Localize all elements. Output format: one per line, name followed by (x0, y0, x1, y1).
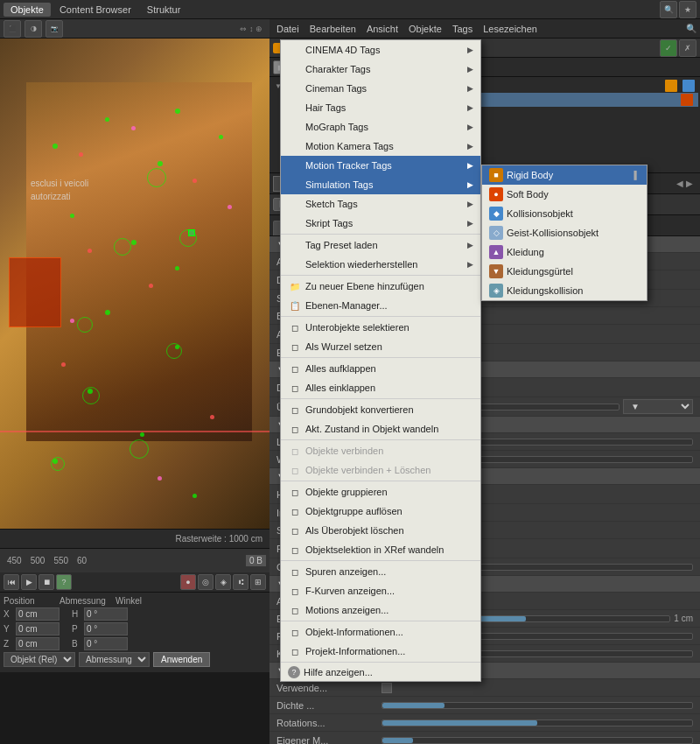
cm-icon-22: ◻ (288, 463, 302, 477)
kleidungskol-label: Kleidungskollision (507, 285, 583, 296)
cm-motions-label: Motions anzeigen... (305, 605, 473, 615)
cm-objektselektion-xref[interactable]: ◻ Objektselektion in XRef wandeln (281, 540, 480, 559)
cm-icon-15: ◻ (288, 320, 302, 334)
cm-icon-2 (288, 62, 302, 76)
cm-hair-label: Hair Tags (305, 102, 467, 113)
cm-arrow-2: ▶ (467, 65, 473, 74)
cm-tag-preset-label: Tag Preset laden (305, 240, 467, 250)
cm-icon-4 (288, 101, 302, 115)
cm-als-wurzel[interactable]: ◻ Als Wurzel setzen (281, 337, 480, 356)
cm-alles-einklappen[interactable]: ◻ Alles einklappen (281, 378, 480, 397)
cm-unterobjekte[interactable]: ◻ Unterobjekte selektieren (281, 318, 480, 337)
cm-als-ueberobjekt[interactable]: ◻ Als Überobjekt löschen (281, 521, 480, 540)
cm-objektselektion-label: Objektselektion in XRef wandeln (305, 544, 473, 555)
cm-als-ueberobjekt-label: Als Überobjekt löschen (305, 525, 473, 536)
cm-grundobjekt-konv[interactable]: ◻ Grundobjekt konvertieren (281, 400, 480, 419)
cm-icon-3 (288, 81, 302, 95)
cm-icon-16: ◻ (288, 340, 302, 354)
soft-body-sim-label: Soft Body (507, 189, 549, 200)
cm-f-kurven-label: F-Kurven anzeigen... (305, 586, 473, 596)
cm-cineman-tags[interactable]: Cineman Tags ▶ (281, 79, 480, 98)
cm-selektion-label: Selektion wiederherstellen (305, 259, 467, 270)
context-menu: CINEMA 4D Tags ▶ Charakter Tags ▶ Cinema… (280, 39, 481, 682)
cm-sketch-tags[interactable]: Sketch Tags ▶ (281, 194, 480, 214)
cm-icon-12 (288, 257, 302, 271)
cm-icon-21: ◻ (288, 444, 302, 458)
cm-icon-32: ? (288, 666, 300, 678)
cm-neue-ebene[interactable]: 📁 Zu neuer Ebene hinzufügen (281, 277, 480, 296)
kleidungsguerte-icon: ▼ (489, 264, 503, 278)
cm-mograph-label: MoGraph Tags (305, 122, 467, 132)
cm-selektion-wieder[interactable]: Selektion wiederherstellen ▶ (281, 255, 480, 274)
cm-hilfe-anzeigen[interactable]: ? Hilfe anzeigen... (281, 663, 480, 681)
geist-label: Geist-Kollisionsobjekt (507, 228, 598, 238)
sim-item-kollision[interactable]: ◆ Kollisionsobjekt (482, 204, 647, 223)
cm-icon-23: ◻ (288, 485, 302, 499)
cm-motion-kamera-tags[interactable]: Motion Kamera Tags ▶ (281, 137, 480, 156)
cm-objekte-grupieren[interactable]: ◻ Objekte gruppieren (281, 482, 480, 502)
cm-projekt-info-label: Projekt-Informationen... (305, 646, 473, 656)
cm-ebenen-manager-label: Ebenen-Manager... (305, 300, 473, 311)
cm-tag-preset[interactable]: Tag Preset laden ▶ (281, 235, 480, 255)
cm-arrow-10: ▶ (467, 219, 473, 228)
cm-charakter-label: Charakter Tags (305, 64, 467, 74)
cm-simulation-tags[interactable]: Simulation Tags ▶ (281, 175, 480, 194)
cm-arrow-8: ▶ (467, 180, 473, 189)
sim-item-kleidungskol[interactable]: ◈ Kleidungskollision (482, 281, 647, 300)
cm-icon-10 (288, 216, 302, 230)
simulation-submenu: ■ Rigid Body ▌ ● Soft Body ◆ Kollisionso… (481, 165, 648, 301)
cm-charakter-tags[interactable]: Charakter Tags ▶ (281, 60, 480, 79)
kleidung-label: Kleidung (507, 247, 544, 257)
cm-akt-zustand-label: Akt. Zustand in Objekt wandeln (305, 424, 473, 434)
cm-motion-tracker-tags[interactable]: Motion Tracker Tags ▶ (281, 156, 480, 175)
cm-icon-14: 📋 (288, 298, 302, 312)
cm-arrow-7: ▶ (467, 161, 473, 170)
cm-icon-13: 📁 (288, 279, 302, 293)
cm-sep-7 (281, 481, 480, 481)
sim-item-rigid[interactable]: ■ Rigid Body ▌ (482, 165, 647, 185)
cm-projekt-info[interactable]: ◻ Projekt-Informationen... (281, 642, 480, 661)
kleidung-icon: ▲ (489, 245, 503, 259)
sim-item-geist[interactable]: ◇ Geist-Kollisionsobjekt (482, 223, 647, 242)
cm-icon-7 (288, 158, 302, 172)
cm-simulation-label: Simulation Tags (305, 179, 467, 190)
cm-cinema4d-tags[interactable]: CINEMA 4D Tags ▶ (281, 40, 480, 60)
cm-arrow-3: ▶ (467, 84, 473, 93)
cm-icon-29: ◻ (288, 603, 302, 617)
cm-motions-anzeigen[interactable]: ◻ Motions anzeigen... (281, 600, 480, 620)
cm-alles-aufklappen-label: Alles aufklappen (305, 363, 473, 374)
cm-objekte-verbinden-label: Objekte verbinden (305, 446, 473, 456)
cm-objekt-info[interactable]: ◻ Objekt-Informationen... (281, 622, 480, 642)
cm-skript-tags[interactable]: Skript Tags ▶ (281, 214, 480, 233)
cm-icon-1 (288, 43, 302, 57)
cm-f-kurven-anzeigen[interactable]: ◻ F-Kurven anzeigen... (281, 581, 480, 600)
cm-icon-27: ◻ (288, 565, 302, 579)
cm-motion-tracker-label: Motion Tracker Tags (305, 160, 467, 171)
cm-arrow-1: ▶ (467, 46, 473, 54)
cm-icon-31: ◻ (288, 644, 302, 658)
rigid-body-label: Rigid Body (507, 170, 553, 180)
cm-sketch-label: Sketch Tags (305, 199, 467, 209)
cm-hilfe-label: Hilfe anzeigen... (304, 667, 473, 677)
cm-sep-8 (281, 560, 480, 561)
kleidungskol-icon: ◈ (489, 284, 503, 298)
cm-icon-24: ◻ (288, 504, 302, 518)
sim-item-kleidungsguerte[interactable]: ▼ Kleidungsgürtel (482, 262, 647, 281)
cm-sep-2 (281, 275, 480, 276)
cm-mograph-tags[interactable]: MoGraph Tags ▶ (281, 117, 480, 137)
geist-icon: ◇ (489, 226, 503, 240)
cm-sep-9 (281, 621, 480, 621)
menu-overlay[interactable]: CINEMA 4D Tags ▶ Charakter Tags ▶ Cinema… (0, 0, 700, 744)
cm-icon-8 (288, 178, 302, 192)
sim-item-softbody[interactable]: ● Soft Body (482, 185, 647, 204)
cm-akt-zustand[interactable]: ◻ Akt. Zustand in Objekt wandeln (281, 419, 480, 439)
cm-cineman-label: Cineman Tags (305, 83, 467, 94)
cm-icon-11 (288, 238, 302, 252)
cm-hair-tags[interactable]: Hair Tags ▶ (281, 98, 480, 117)
sim-item-kleidung[interactable]: ▲ Kleidung (482, 242, 647, 262)
cm-ebenen-manager[interactable]: 📋 Ebenen-Manager... (281, 296, 480, 315)
cm-objektgruppe-aufloesen[interactable]: ◻ Objektgruppe auflösen (281, 502, 480, 521)
cm-sep-5 (281, 398, 480, 399)
cm-spuren-anzeigen[interactable]: ◻ Spuren anzeigen... (281, 562, 480, 581)
cm-alles-aufklappen[interactable]: ◻ Alles aufklappen (281, 359, 480, 378)
